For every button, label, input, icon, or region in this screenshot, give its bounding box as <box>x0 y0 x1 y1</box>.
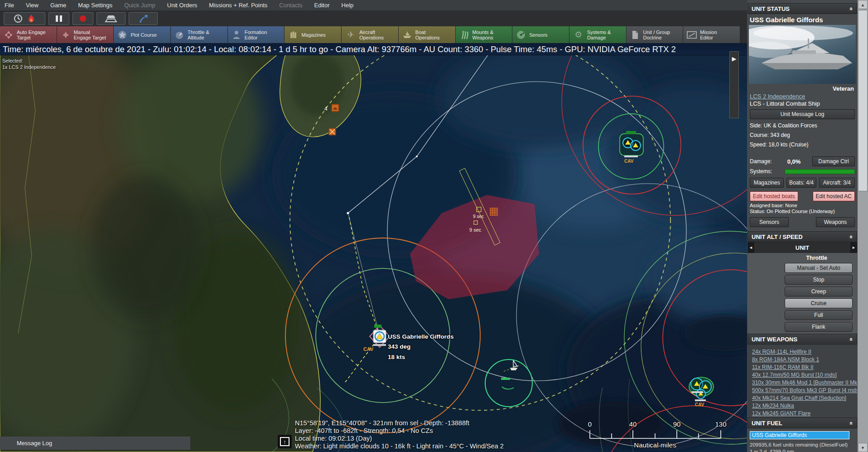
systems-label: Systems: <box>750 168 772 175</box>
unit-weapons-list: 24x RGM-114L Hellfire II 8x RGM-184A NSM… <box>747 345 857 418</box>
weapon-link[interactable]: 40x 12.7mm/50 MG Burst [10 rnds] <box>752 371 857 379</box>
installation-icon-bunker[interactable] <box>332 104 339 112</box>
local-time-line: Local time: 09:02:13 (Day) <box>295 435 504 442</box>
weapon-link[interactable]: 12x Mk234 Nulka <box>752 402 857 410</box>
weapon-link[interactable]: 24x RGM-114L Hellfire II <box>752 348 857 356</box>
collapse-chevron-icon[interactable]: « <box>848 337 855 340</box>
weapon-link[interactable]: 310x 30mm Mk46 Mod 1 [Bushmaster II Mk <box>752 379 857 387</box>
radar-icon <box>516 30 526 40</box>
expand-info-button[interactable]: ↑ <box>278 435 292 448</box>
doctrine-document-icon <box>630 30 640 40</box>
magazines-panel-button[interactable]: Magazines <box>750 178 784 188</box>
unit-course: Course: 343 deg <box>747 130 858 140</box>
mounts-weapons-button[interactable]: Mounts &Weapons <box>456 26 513 43</box>
message-log-bar[interactable]: Message Log <box>0 437 190 450</box>
svg-text:343 deg: 343 deg <box>388 343 410 350</box>
edit-hosted-ac-button[interactable]: Edit hosted AC <box>813 191 855 201</box>
weather-line: Weather: Light middle clouds 10 - 16k ft… <box>295 442 504 450</box>
jump-to-button[interactable] <box>129 12 158 25</box>
selected-units-box: Selected: 1x LCS 2 Independence <box>2 58 56 70</box>
scope-next-button[interactable]: ► <box>850 242 857 253</box>
svg-text:USS Gabrielle Giffords: USS Gabrielle Giffords <box>388 333 454 340</box>
menu-help[interactable]: Help <box>342 2 354 9</box>
scrollbar-thumb[interactable] <box>858 10 868 191</box>
menu-game[interactable]: Game <box>50 2 66 9</box>
throttle-gauge-icon <box>174 30 184 40</box>
collapse-chevron-icon[interactable]: « <box>848 421 855 424</box>
menu-unit-orders[interactable]: Unit Orders <box>167 2 197 9</box>
damage-ctrl-button[interactable]: Damage Ctrl <box>812 156 855 166</box>
scrollbar-down-arrow[interactable]: ▼ <box>858 443 868 452</box>
selected-label: Selected: <box>2 58 56 64</box>
menu-editor[interactable]: Editor <box>314 2 330 9</box>
unit-alt-speed-header: UNIT ALT / SPEED « <box>747 231 857 242</box>
unit-class-link[interactable]: LCS 2 Independence <box>747 92 858 100</box>
menu-missions-ref-points[interactable]: Missions + Ref. Points <box>209 2 267 9</box>
unit-side: Side: UK & Coalition Forces <box>747 121 858 130</box>
formation-person-icon <box>231 30 241 40</box>
edit-hosted-boats-button[interactable]: Edit hosted boats <box>750 191 798 201</box>
collapse-chevron-icon[interactable]: « <box>848 235 855 238</box>
throttle-manual-auto-button[interactable]: Manual - Set Auto <box>785 263 853 273</box>
fuel-selected-unit[interactable]: USS Gabrielle Giffords <box>750 431 849 439</box>
damage-label: Damage: <box>750 158 772 165</box>
installation-icon-station[interactable] <box>329 128 336 135</box>
weapon-link[interactable]: 8x RGM-184A NSM Block 1 <box>752 356 857 364</box>
unit-message-log-button[interactable]: Unit Message Log <box>750 109 855 119</box>
unit-group-doctrine-button[interactable]: Unit / GroupDoctrine <box>627 26 684 43</box>
throttle-flank-button[interactable]: Flank <box>785 322 853 332</box>
map-area[interactable]: 9 sec 9 sec 4 CAV <box>0 43 747 452</box>
weapon-link[interactable]: 12x Mk245 GIANT Flare <box>752 410 857 418</box>
weapon-link[interactable]: 500x 57mm/70 Bofors Mk3 GP Burst [4 rnds <box>752 387 857 394</box>
collapse-chevron-icon[interactable]: « <box>848 7 855 10</box>
throttle-full-button[interactable]: Full <box>785 310 853 320</box>
throttle-creep-button[interactable]: Creep <box>785 287 853 296</box>
weapon-link[interactable]: 40x Mk214 Sea Gnat Chaff [Seduction] <box>752 394 857 402</box>
ship-photo-illustration <box>749 25 856 84</box>
tactical-map[interactable]: 9 sec 9 sec 4 CAV <box>0 43 747 452</box>
panel-scrollbar[interactable]: ▲ ▼ <box>858 0 868 452</box>
auto-engage-target-button[interactable]: Auto EngageTarget <box>0 26 57 43</box>
manual-engage-target-button[interactable]: ManualEngage Target <box>57 26 114 43</box>
unit-fuel-header: UNIT FUEL « <box>747 418 857 428</box>
menu-view[interactable]: View <box>26 2 39 9</box>
magazines-bullets-icon <box>288 30 298 40</box>
aircraft-operations-button[interactable]: ✈ AircraftOperations <box>342 26 399 43</box>
panel-collapse-strip[interactable]: ▶ <box>729 51 739 118</box>
record-button[interactable] <box>72 12 93 25</box>
ship-group-label: CAV <box>363 346 374 352</box>
scale-tick-130: 130 <box>715 420 726 428</box>
throttle-stop-button[interactable]: Stop <box>785 275 853 285</box>
map-layers-button[interactable] <box>96 12 125 25</box>
svg-text:18 kts: 18 kts <box>388 354 405 360</box>
scope-prev-button[interactable]: ◄ <box>747 242 754 253</box>
boats-button[interactable]: Boats: 4/4 <box>786 178 816 188</box>
menu-file[interactable]: File <box>5 2 14 9</box>
scrollbar-up-arrow[interactable]: ▲ <box>858 0 868 9</box>
fuel-endurance: 1 w 2 d, 4299,0 nm <box>750 448 855 452</box>
throttle-altitude-button[interactable]: Throttle &Altitude <box>171 26 228 43</box>
systems-damage-button[interactable]: ⚙ Systems &Damage <box>569 26 627 43</box>
formation-editor-button[interactable]: FormationEditor <box>228 26 285 43</box>
contact-grid-icon[interactable] <box>490 208 497 215</box>
proficiency-label: Veteran <box>747 84 858 92</box>
weapon-link[interactable]: 11x RIM-116C RAM Blk II <box>752 364 857 371</box>
sensors-button[interactable]: Sensors <box>512 26 569 43</box>
throttle-cruise-button[interactable]: Cruise <box>785 298 853 308</box>
sensors-panel-button[interactable]: Sensors <box>750 217 789 227</box>
boat-operations-button[interactable]: BoatOperations <box>399 26 456 43</box>
aircraft-button[interactable]: Aircraft: 3/4 <box>819 178 855 188</box>
weapons-panel-button[interactable]: Weapons <box>816 217 855 227</box>
time-compression-button[interactable] <box>4 12 45 25</box>
boat-icon <box>402 30 412 40</box>
contact-timer-2: 9 sec <box>469 227 482 233</box>
plot-course-button[interactable]: Plot Course <box>114 26 171 43</box>
magazines-button[interactable]: Magazines <box>285 26 342 43</box>
menu-map-settings[interactable]: Map Settings <box>78 2 112 9</box>
damage-value: 0,0% <box>787 158 801 165</box>
unit-ne-group-label: CAV <box>624 159 634 164</box>
pause-button[interactable] <box>48 12 69 25</box>
panel-expand-arrow-icon[interactable]: ▶ <box>732 55 737 62</box>
mission-editor-button[interactable]: MissionEditor <box>683 26 740 43</box>
throttle-label: Throttle <box>751 255 854 261</box>
